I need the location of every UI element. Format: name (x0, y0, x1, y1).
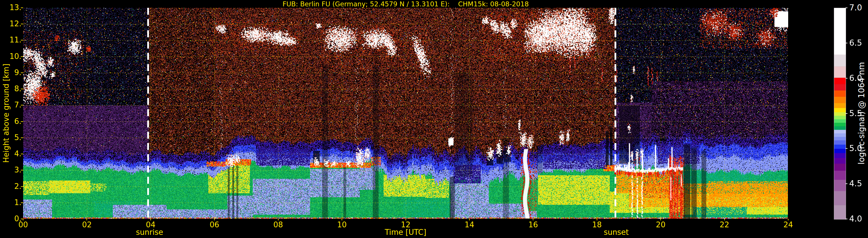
x-tick-mark (405, 219, 406, 220)
colorbar-tick-label: 7.0 (849, 3, 868, 12)
x-tick-mark (597, 219, 597, 220)
y-tick-label: 9. (1, 68, 22, 77)
x-tick-mark (724, 219, 725, 220)
colorbar-tick-mark (845, 7, 847, 8)
x-tick-mark (788, 219, 788, 220)
colorbar-tick-label: 4.5 (849, 179, 868, 188)
x-tick-label: 06 (203, 220, 226, 229)
y-tick-mark (21, 40, 23, 40)
x-tick-mark (87, 219, 87, 220)
x-tick-mark (342, 219, 342, 220)
y-tick-label: 2. (1, 182, 22, 191)
y-tick-mark (21, 105, 23, 105)
x-tick-label: 12 (394, 220, 417, 229)
x-tick-label: 04 (139, 220, 162, 229)
y-tick-mark (21, 186, 23, 187)
x-tick-mark (533, 219, 533, 220)
x-tick-label: 16 (522, 220, 545, 229)
y-tick-mark (21, 72, 23, 73)
x-tick-label: 10 (330, 220, 353, 229)
y-tick-mark (21, 154, 23, 154)
y-tick-label: 6. (1, 117, 22, 126)
colorbar-tick-mark (845, 113, 847, 114)
x-tick-label: 02 (75, 220, 98, 229)
y-tick-mark (21, 7, 23, 8)
x-tick-label: 22 (713, 220, 736, 229)
x-tick-label: 24 (777, 220, 800, 229)
lidar-heatmap-canvas (23, 8, 788, 219)
x-tick-label: 20 (649, 220, 672, 229)
y-tick-mark (21, 121, 23, 122)
colorbar-tick-label: 4.0 (849, 214, 868, 224)
colorbar-tick-mark (845, 43, 847, 43)
colorbar-tick-label: 5.5 (849, 109, 868, 118)
y-tick-label: 12. (1, 19, 22, 28)
colorbar-tick-label: 6.5 (849, 38, 868, 48)
x-tick-label: 08 (267, 220, 290, 229)
colorbar-tick-label: 6.0 (849, 73, 868, 83)
y-tick-label: 5. (1, 133, 22, 142)
colorbar-tick-label: 5.0 (849, 143, 868, 153)
y-tick-mark (21, 56, 23, 57)
y-tick-label: 8. (1, 84, 22, 93)
page-root: FUB: Berlin FU (Germany; 52.4579 N / 13.… (0, 0, 868, 238)
colorbar-gradient (834, 8, 846, 219)
x-tick-mark (469, 219, 470, 220)
y-tick-label: 7. (1, 101, 22, 109)
y-tick-mark (21, 137, 23, 138)
colorbar-tick-mark (845, 183, 847, 184)
y-tick-label: 10. (1, 52, 22, 61)
x-tick-mark (23, 219, 24, 220)
colorbar-tick-mark (845, 78, 847, 78)
y-tick-label: 4. (1, 149, 22, 158)
sunrise-annotation: sunrise (126, 228, 173, 237)
colorbar-tick-mark (845, 219, 847, 219)
y-tick-label: 1. (1, 198, 22, 207)
x-tick-label: 00 (11, 220, 35, 229)
x-axis-label: Time [UTC] (382, 228, 429, 237)
y-tick-label: 13. (1, 3, 22, 12)
sunset-annotation: sunset (593, 228, 640, 237)
plot-title: FUB: Berlin FU (Germany; 52.4579 N / 13.… (23, 0, 788, 8)
y-tick-mark (21, 89, 23, 89)
x-tick-label: 14 (458, 220, 481, 229)
y-tick-label: 3. (1, 166, 22, 174)
x-tick-mark (660, 219, 661, 220)
y-tick-label: 11. (1, 36, 22, 44)
y-tick-mark (21, 170, 23, 170)
x-tick-label: 18 (585, 220, 609, 229)
y-tick-mark (21, 202, 23, 203)
x-tick-mark (214, 219, 215, 220)
y-tick-mark (21, 24, 23, 24)
x-tick-mark (150, 219, 151, 220)
x-tick-mark (278, 219, 279, 220)
colorbar-tick-mark (845, 148, 847, 149)
